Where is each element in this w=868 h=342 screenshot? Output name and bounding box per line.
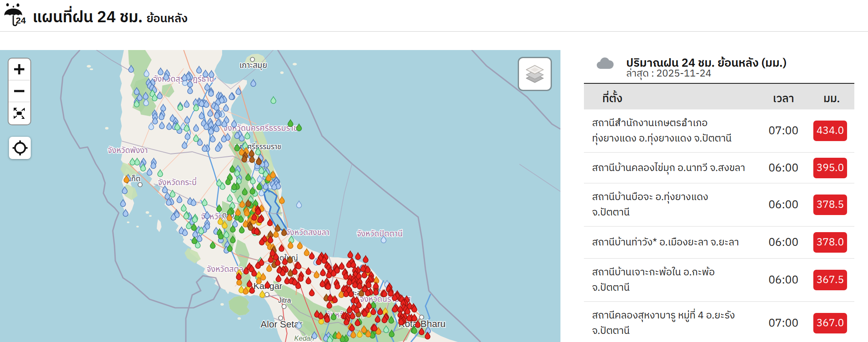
svg-text:จังหวัดพังงา: จังหวัดพังงา <box>108 144 148 157</box>
svg-text:เกาะสมุย: เกาะสมุย <box>240 59 267 72</box>
svg-text:24: 24 <box>16 15 26 25</box>
svg-text:Alor Setar: Alor Setar <box>261 319 302 330</box>
svg-text:Kedah: Kedah <box>294 335 314 342</box>
svg-text:Jitra: Jitra <box>278 297 291 304</box>
svg-text:จังหวัดกระบี่: จังหวัดกระบี่ <box>158 177 196 189</box>
svg-text:จังหวัดปัตตานี: จังหวัดปัตตานี <box>357 228 403 240</box>
